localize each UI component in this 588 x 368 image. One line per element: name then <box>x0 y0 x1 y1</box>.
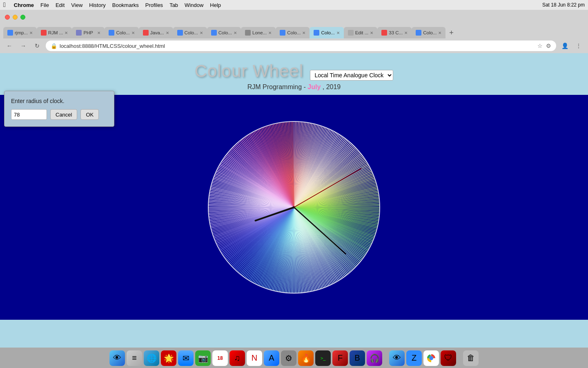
dock-safari[interactable]: 🌐 <box>144 350 159 366</box>
dock-zoom[interactable]: Z <box>406 350 422 366</box>
back-button[interactable]: ← <box>4 40 15 51</box>
dock-news[interactable]: N <box>247 350 262 366</box>
tab-col3[interactable]: Colo... ✕ <box>207 27 241 38</box>
maximize-button[interactable] <box>20 15 25 20</box>
dock-finder[interactable]: 👁 <box>109 350 125 366</box>
menu-bookmarks[interactable]: Bookmarks <box>112 2 139 8</box>
dock-filezilla[interactable]: F <box>332 350 348 366</box>
tab-close-icon[interactable]: ✕ <box>166 31 169 35</box>
dock-podcast[interactable]: 🎧 <box>367 350 382 366</box>
dock-red-icon[interactable]: 🌟 <box>161 350 176 366</box>
dock-music[interactable]: ♫ <box>229 350 245 366</box>
menu-edit[interactable]: Edit <box>56 2 65 8</box>
colour-wheel-canvas[interactable] <box>204 117 384 297</box>
tab-col2[interactable]: Colo... ✕ <box>173 27 207 38</box>
dock-firefox[interactable]: 🔥 <box>298 350 314 366</box>
tab-close-icon[interactable]: ✕ <box>302 31 305 35</box>
tab-label: Lone... <box>252 30 267 35</box>
menu-window[interactable]: Window <box>185 2 203 8</box>
tab-close-icon[interactable]: ✕ <box>438 31 441 35</box>
cancel-button[interactable]: Cancel <box>50 109 77 120</box>
dock-settings[interactable]: ⚙ <box>281 350 296 366</box>
tab-close-icon[interactable]: ✕ <box>65 31 68 35</box>
tab-rjmp[interactable]: rjmp... ✕ <box>3 27 37 38</box>
dock-trash[interactable]: 🗑 <box>463 350 479 366</box>
menu-history[interactable]: History <box>89 2 105 8</box>
extension-icon[interactable]: ⚙ <box>546 43 551 49</box>
dock-mail[interactable]: ✉ <box>178 350 194 366</box>
tab-close-icon[interactable]: ✕ <box>131 31 135 35</box>
more-menu-button[interactable]: ⋮ <box>573 40 584 51</box>
tab-php[interactable]: PHP ✕ <box>72 27 105 38</box>
dock-facetime[interactable]: 📷 <box>195 350 211 366</box>
tab-edit[interactable]: Edit ... ✕ <box>344 27 378 38</box>
tab-col4[interactable]: Colo... ✕ <box>276 27 310 38</box>
tab-close-icon[interactable]: ✕ <box>268 31 272 35</box>
tab-col5-active[interactable]: Colo... ✕ <box>310 27 343 38</box>
tab-col6[interactable]: Colo... ✕ <box>412 27 445 38</box>
svg-point-0 <box>429 356 433 360</box>
tab-favicon <box>348 30 354 36</box>
menu-chrome[interactable]: Chrome <box>14 2 34 8</box>
tab-close-icon[interactable]: ✕ <box>336 31 340 35</box>
traffic-lights <box>5 15 25 20</box>
menu-file[interactable]: File <box>40 2 49 8</box>
dock-finder2[interactable]: 👁 <box>389 350 405 366</box>
dock-appstore[interactable]: A <box>264 350 279 366</box>
tab-favicon <box>177 30 183 36</box>
page-title: Colour Wheel <box>195 61 303 81</box>
tab-label: Colo... <box>287 30 301 35</box>
tab-favicon <box>280 30 285 36</box>
lock-icon: 🔒 <box>51 43 57 49</box>
tab-label: rjmp... <box>15 30 28 35</box>
radius-dialog: Enter radius of clock. Cancel OK <box>4 91 114 127</box>
new-tab-button[interactable]: + <box>445 27 457 38</box>
menu-bar-right: Sat 18 Jun 8:22 pm <box>542 2 585 8</box>
close-button[interactable] <box>5 15 10 20</box>
tab-close-icon[interactable]: ✕ <box>404 31 408 35</box>
tab-close-icon[interactable]: ✕ <box>200 31 203 35</box>
menu-bar:  Chrome File Edit View History Bookmark… <box>0 0 588 10</box>
tab-java[interactable]: Java... ✕ <box>139 27 173 38</box>
tab-label: 33 C... <box>389 30 403 35</box>
dock: 👁 ≡ 🌐 🌟 ✉ 📷 18 ♫ N A ⚙ 🔥 >_ F B 🎧 👁 Z 🛡 … <box>0 348 588 368</box>
clock-type-dropdown[interactable]: Local Time Analogue Clock UTC Time Analo… <box>310 70 393 81</box>
address-bar-row: ← → ↻ 🔒 localhost:8888/HTMLCSS/colour_wh… <box>0 38 588 53</box>
dock-chrome[interactable] <box>423 350 439 366</box>
tab-label: RJM ... <box>48 30 63 35</box>
forward-button[interactable]: → <box>18 40 29 51</box>
tab-label: Colo... <box>185 30 198 35</box>
dock-bbedit[interactable]: B <box>350 350 365 366</box>
tab-favicon <box>76 30 82 36</box>
minimize-button[interactable] <box>13 15 18 20</box>
tab-close-icon[interactable]: ✕ <box>370 31 373 35</box>
canvas-area <box>0 95 588 320</box>
menu-help[interactable]: Help <box>210 2 221 8</box>
menu-tab[interactable]: Tab <box>169 2 178 8</box>
dock-calendar[interactable]: 18 <box>212 350 228 366</box>
dock-antivirus[interactable]: 🛡 <box>441 350 456 366</box>
tab-favicon <box>381 30 387 36</box>
tab-33c[interactable]: 33 C... ✕ <box>377 27 412 38</box>
address-box[interactable]: 🔒 localhost:8888/HTMLCSS/colour_wheel.ht… <box>46 40 556 51</box>
profile-icon[interactable]: 👤 <box>559 40 570 51</box>
dock-launchpad[interactable]: ≡ <box>127 350 142 366</box>
dock-terminal[interactable]: >_ <box>315 350 331 366</box>
tab-label: Colo... <box>321 30 334 35</box>
menu-view[interactable]: View <box>71 2 82 8</box>
apple-menu[interactable]:  <box>3 1 6 9</box>
menu-profiles[interactable]: Profiles <box>145 2 163 8</box>
tab-close-icon[interactable]: ✕ <box>97 31 100 35</box>
tab-col1[interactable]: Colo... ✕ <box>105 27 138 38</box>
tab-lone[interactable]: Lone... ✕ <box>241 27 276 38</box>
tab-favicon <box>41 30 47 36</box>
bookmark-icon[interactable]: ☆ <box>537 43 543 49</box>
reload-button[interactable]: ↻ <box>32 40 42 51</box>
tab-close-icon[interactable]: ✕ <box>234 31 237 35</box>
tab-close-icon[interactable]: ✕ <box>29 31 33 35</box>
radius-input[interactable] <box>11 109 47 120</box>
tab-rjm[interactable]: RJM ... ✕ <box>37 27 72 38</box>
ok-button[interactable]: OK <box>80 109 99 120</box>
tab-label: Java... <box>150 30 164 35</box>
dock-separator2 <box>459 352 460 364</box>
